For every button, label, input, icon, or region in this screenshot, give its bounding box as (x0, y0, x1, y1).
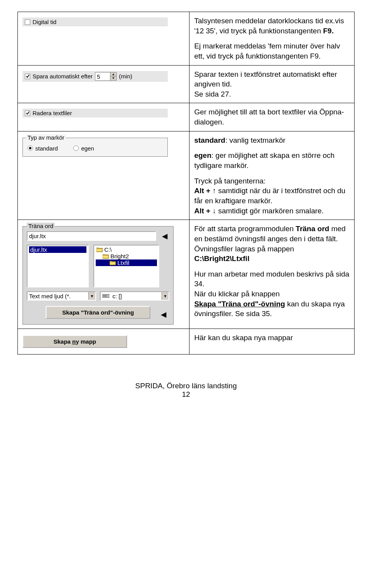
dir-label-root: C:\ (104, 246, 112, 253)
skapa-ny-mapp-pre: Skapa (53, 338, 72, 345)
spara-auto-control[interactable]: Spara automatiskt efter 5 ▲ ▼ (min) (22, 71, 168, 82)
spara-auto-checkbox[interactable] (25, 74, 30, 79)
trana-ord-legend: Träna ord (27, 223, 55, 229)
radera-textfiler-control[interactable]: Radera textfiler (22, 109, 168, 118)
skapa-ny-mapp-accel: n (72, 338, 76, 345)
skapa-ny-mapp-post: y mapp (76, 338, 96, 345)
digital-tid-label: Digital tid (33, 19, 57, 25)
row3-desc1: Ger möjlighet till att ta bort textfiler… (194, 107, 350, 127)
svg-rect-1 (103, 296, 107, 296)
row5-desc2: Hur man arbetar med modulen beskrivs på … (194, 269, 350, 319)
trana-file-list-item[interactable]: djur.ltx (29, 246, 86, 253)
trana-dir-list[interactable]: C:\ Bright2 Ltxfil (93, 245, 159, 287)
skapa-ny-mapp-button[interactable]: Skapa ny mapp (22, 335, 127, 348)
footer-org: SPRIDA, Örebro läns landsting (17, 382, 355, 390)
row6-desc1: Här kan du skapa nya mappar (194, 333, 350, 343)
digital-tid-checkbox[interactable] (25, 19, 30, 25)
spara-auto-value[interactable]: 5 (95, 73, 110, 80)
row2-desc1: Sparar texten i textfönstret automatiskt… (194, 69, 350, 99)
typ-av-markor-group: Typ av markör standard egen (22, 138, 168, 157)
radera-textfiler-label: Radera textfiler (33, 110, 72, 116)
spara-auto-spinner[interactable]: 5 ▲ ▼ (95, 72, 117, 81)
skapa-trana-ord-label: Skapa "Träna ord"-övning (62, 309, 134, 316)
row4-desc1: standard: vanlig textmarkör (194, 135, 350, 145)
chevron-down-icon[interactable]: ▼ (162, 292, 169, 300)
radio-egen-label: egen (81, 145, 94, 152)
spinner-down-icon[interactable]: ▼ (110, 76, 116, 80)
radio-egen[interactable]: egen (73, 145, 94, 152)
drive-combo-text: c: [] (101, 293, 162, 299)
trana-ord-panel: Träna ord djur.ltx ◄ djur.ltx C:\ (22, 226, 174, 325)
digital-tid-control[interactable]: Digital tid (22, 17, 168, 26)
spara-auto-label: Spara automatiskt efter (33, 73, 93, 80)
spara-auto-unit: (min) (119, 73, 132, 80)
dir-item-ltxfil[interactable]: Ltxfil (96, 259, 157, 266)
folder-open-icon (96, 247, 103, 252)
row1-desc2: Ej markerat meddelas 'fem minuter över h… (194, 41, 350, 61)
arrow-left-icon: ◄ (159, 309, 168, 320)
drive-combo[interactable]: c: [] ▼ (100, 291, 169, 301)
radio-standard-dot[interactable] (28, 145, 33, 151)
folder-open-icon (103, 254, 109, 259)
spinner-up-icon[interactable]: ▲ (110, 73, 116, 77)
row5-desc1: För att starta programmodulen Träna ord … (194, 224, 350, 264)
dir-label-ltxfil: Ltxfil (117, 259, 129, 266)
dir-label-bright2: Bright2 (110, 253, 129, 259)
radera-textfiler-checkbox[interactable] (25, 111, 30, 116)
footer-page: 12 (17, 390, 355, 399)
radio-standard-label: standard (35, 145, 58, 152)
drive-icon (102, 293, 109, 297)
folder-open-icon (110, 260, 116, 265)
file-filter-text: Text med ljud (*. (28, 293, 88, 299)
radio-egen-dot[interactable] (73, 145, 79, 151)
dir-item-root[interactable]: C:\ (96, 246, 157, 253)
radio-standard[interactable]: standard (28, 145, 58, 152)
row4-desc2: egen: ger möjlighet att skapa en större … (194, 150, 350, 170)
trana-file-list[interactable]: djur.ltx (27, 245, 89, 287)
file-filter-combo[interactable]: Text med ljud (*. ▼ (27, 291, 96, 301)
row4-desc3: Tryck på tangenterna: Alt + ↑ samtidigt … (194, 176, 350, 216)
chevron-down-icon[interactable]: ▼ (88, 292, 95, 300)
dir-item-bright2[interactable]: Bright2 (96, 253, 157, 259)
typ-av-markor-legend: Typ av markör (26, 134, 66, 141)
skapa-trana-ord-button[interactable]: Skapa "Träna ord"-övning ◄ (46, 306, 150, 319)
row1-desc1: Talsyntesen meddelar datorklockans tid e… (194, 16, 350, 36)
trana-file-input[interactable]: djur.ltx (27, 231, 156, 241)
